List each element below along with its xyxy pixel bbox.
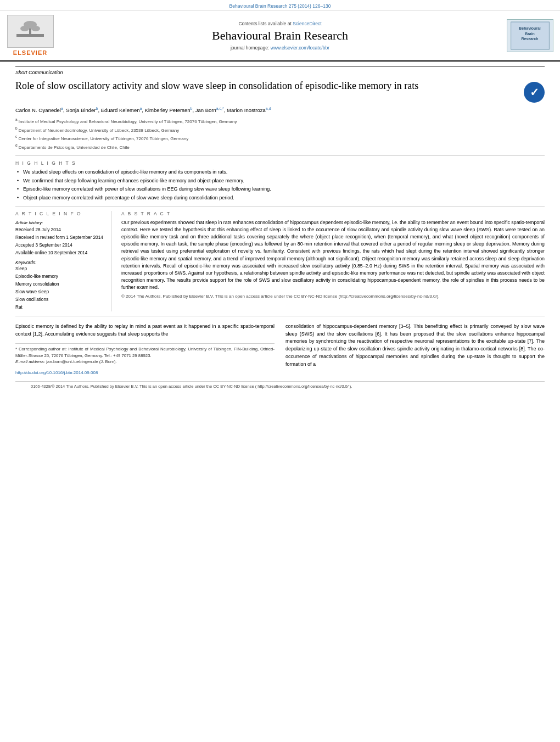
journal-homepage-link[interactable]: www.elsevier.com/locate/bbr — [271, 45, 329, 51]
affiliation-d: d Departamento de Psicología, Universida… — [15, 143, 545, 151]
journal-ref: Behavioural Brain Research 275 (2014) 12… — [229, 3, 331, 9]
intro-paragraph: Episodic memory is defined by the abilit… — [15, 323, 275, 338]
bottom-bar: 0166-4328/© 2014 The Authors. Published … — [15, 381, 545, 391]
svg-text:Behavioural: Behavioural — [519, 26, 540, 30]
svg-point-3 — [20, 26, 29, 31]
abstract-label: A B S T R A C T — [121, 211, 545, 216]
article-body: Short Communication Role of slow oscilla… — [0, 62, 560, 397]
abstract-text: Our previous experiments showed that sle… — [121, 219, 545, 300]
keywords-label: Keywords: — [15, 260, 103, 265]
issn-line: 0166-4328/© 2014 The Authors. Published … — [31, 384, 256, 389]
divider-1 — [15, 155, 545, 156]
bbr-logo: Behavioural Brain Research — [507, 19, 553, 52]
keyword-1: Sleep — [15, 265, 103, 273]
page: Behavioural Brain Research 275 (2014) 12… — [0, 0, 560, 742]
top-bar: Behavioural Brain Research 275 (2014) 12… — [0, 0, 560, 10]
elsevier-brand: ELSEVIER — [13, 49, 47, 56]
affiliations: a Institute of Medical Psychology and Be… — [15, 117, 545, 151]
article-info-label: A R T I C L E I N F O — [15, 211, 103, 216]
divider-2 — [15, 206, 545, 207]
available-date: Available online 10 September 2014 — [15, 249, 103, 257]
svg-rect-0 — [16, 34, 44, 37]
accepted-date: Accepted 3 September 2014 — [15, 242, 103, 249]
keyword-2: Episodic-like memory — [15, 273, 103, 281]
affiliation-a: a Institute of Medical Psychology and Be… — [15, 117, 545, 125]
cc-link[interactable]: http://creativecommons.org/licenses/by-n… — [340, 294, 437, 299]
article-info-col: A R T I C L E I N F O Article history: R… — [15, 211, 111, 311]
two-col-section: A R T I C L E I N F O Article history: R… — [15, 211, 545, 311]
history-label: Article history: — [15, 219, 103, 227]
affiliation-c: c Center for Integrative Neuroscience, U… — [15, 134, 545, 142]
doi-link[interactable]: http://dx.doi.org/10.1016/j.bbr.2014.09.… — [15, 370, 98, 375]
email-link[interactable]: jan.born@uni-tuebingen.de — [46, 359, 98, 364]
keyword-3: Memory consolidation — [15, 281, 103, 288]
highlight-1: We studied sleep effects on consolidatio… — [15, 169, 545, 176]
svg-text:✓: ✓ — [530, 86, 539, 98]
crossmark-icon: ✓ — [524, 82, 545, 103]
keyword-4: Slow wave sleep — [15, 288, 103, 296]
received-date: Received 28 July 2014 — [15, 226, 103, 234]
authors-line: Carlos N. Oyanedela, Sonja Binderb, Edua… — [15, 106, 545, 114]
svg-text:Research: Research — [521, 37, 538, 41]
svg-point-4 — [31, 26, 40, 31]
received-revised-date: Received in revised form 1 September 201… — [15, 234, 103, 242]
highlights-list: We studied sleep effects on consolidatio… — [15, 169, 545, 201]
header-right: Behavioural Brain Research — [505, 15, 555, 56]
abstract-col: A B S T R A C T Our previous experiments… — [121, 211, 545, 311]
cc-license-line: © 2014 The Authors. Published by Elsevie… — [121, 293, 545, 300]
main-col-right: consolidation of hippocampus-dependent m… — [285, 323, 545, 377]
keyword-5: Slow oscillations — [15, 296, 103, 304]
abstract-paragraph: Our previous experiments showed that sle… — [121, 219, 545, 292]
article-title: Role of slow oscillatory activity and sl… — [15, 80, 524, 92]
affiliation-b: b Department of Neuroendocrinology, Univ… — [15, 126, 545, 134]
elsevier-logo-left: ELSEVIER — [5, 15, 55, 56]
contents-available-line: Contents lists available at ScienceDirec… — [238, 21, 321, 26]
highlights-label: H I G H L I G H T S — [15, 160, 545, 166]
footnote-section: * Corresponding author at: Institute of … — [15, 343, 275, 365]
article-history: Article history: Received 28 July 2014 R… — [15, 219, 103, 257]
header-region: ELSEVIER Contents lists available at Sci… — [0, 10, 560, 62]
divider-3 — [15, 316, 545, 316]
corresponding-author-note: * Corresponding author at: Institute of … — [15, 346, 275, 359]
main-text-right: consolidation of hippocampus-dependent m… — [285, 323, 545, 369]
highlight-3: Episodic-like memory correlated with pow… — [15, 186, 545, 193]
crossmark-badge[interactable]: ✓ — [524, 82, 545, 103]
email-note: E-mail address: jan.born@uni-tuebingen.d… — [15, 359, 275, 365]
title-row: Role of slow oscillatory activity and sl… — [15, 80, 545, 103]
article-type: Short Communication — [15, 66, 545, 75]
svg-text:Brain: Brain — [525, 31, 535, 35]
homepage-line: journal homepage: www.elsevier.com/locat… — [231, 45, 329, 51]
journal-title: Behavioural Brain Research — [212, 29, 348, 43]
main-col-left: Episodic memory is defined by the abilit… — [15, 323, 275, 377]
main-text-cols: Episodic memory is defined by the abilit… — [15, 323, 545, 377]
bottom-cc-link[interactable]: http://creativecommons.org/licenses/by-n… — [257, 384, 349, 389]
highlight-2: We confirmed that sleep following learni… — [15, 177, 545, 185]
elsevier-tree-logo — [7, 15, 54, 48]
sciencedirect-link[interactable]: ScienceDirect — [293, 21, 321, 26]
keywords-list: Sleep Episodic-like memory Memory consol… — [15, 265, 103, 311]
highlight-4: Object-place memory correlated with perc… — [15, 194, 545, 202]
doi-section: http://dx.doi.org/10.1016/j.bbr.2014.09.… — [15, 369, 275, 377]
bottom-cc-suffix: ). — [350, 384, 352, 389]
keyword-6: Rat — [15, 304, 103, 311]
keywords-block: Keywords: Sleep Episodic-like memory Mem… — [15, 260, 103, 311]
header-center: Contents lists available at ScienceDirec… — [59, 15, 501, 56]
